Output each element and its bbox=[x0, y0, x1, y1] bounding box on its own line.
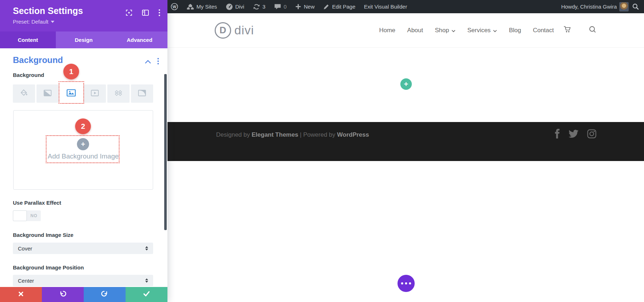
site-header: D divi Home About Shop Services Blog Con… bbox=[167, 13, 644, 48]
svg-text:W: W bbox=[172, 5, 176, 9]
edit-page-menu[interactable]: Edit Page bbox=[323, 4, 355, 10]
divi-menu[interactable]: Divi bbox=[226, 3, 244, 10]
chevron-up-icon[interactable] bbox=[145, 59, 151, 65]
edit-page-label: Edit Page bbox=[332, 4, 355, 10]
panel-scrollbar[interactable] bbox=[164, 74, 167, 230]
footer-designed-by: Designed by bbox=[216, 131, 250, 138]
add-image-plus-button[interactable]: + bbox=[77, 138, 89, 150]
panel-action-bar bbox=[0, 287, 167, 302]
nav-about[interactable]: About bbox=[407, 27, 423, 34]
background-section-title[interactable]: Background bbox=[13, 55, 63, 65]
nav-shop-label: Shop bbox=[435, 27, 449, 34]
toggle-value: NO bbox=[27, 210, 41, 221]
tab-content[interactable]: Content bbox=[0, 31, 56, 48]
nav-about-label: About bbox=[407, 27, 423, 34]
background-mask-tab[interactable] bbox=[131, 84, 153, 103]
more-options-icon[interactable] bbox=[158, 9, 160, 16]
snap-panel-icon[interactable] bbox=[142, 10, 149, 16]
my-sites-icon bbox=[187, 4, 194, 10]
background-image-position-select[interactable]: Center bbox=[13, 275, 153, 286]
nav-home-label: Home bbox=[379, 27, 395, 34]
background-video-tab[interactable] bbox=[84, 84, 106, 103]
nav-blog[interactable]: Blog bbox=[509, 27, 521, 34]
my-sites-menu[interactable]: My Sites bbox=[187, 4, 217, 10]
nav-contact[interactable]: Contact bbox=[533, 27, 554, 34]
redo-button[interactable] bbox=[84, 287, 126, 302]
background-gradient-tab[interactable] bbox=[36, 84, 59, 103]
footer-wordpress-link[interactable]: WordPress bbox=[337, 131, 369, 138]
discard-button[interactable] bbox=[0, 287, 42, 302]
annotation-step-1: 1 bbox=[63, 64, 79, 79]
new-label: New bbox=[304, 4, 314, 10]
background-image-upload-box: 2 + Add Background Image bbox=[13, 110, 153, 190]
add-row-button[interactable]: + bbox=[400, 78, 412, 90]
footer-social-icons bbox=[555, 129, 596, 140]
wordpress-logo-menu[interactable]: W bbox=[171, 3, 178, 10]
panel-tabs: Content Design Advanced bbox=[0, 31, 167, 48]
main-nav: Home About Shop Services Blog Contact bbox=[379, 26, 644, 35]
background-color-tab[interactable] bbox=[13, 84, 35, 103]
add-background-image-label[interactable]: Add Background Image bbox=[14, 152, 153, 160]
comments-menu[interactable]: 0 bbox=[274, 4, 287, 10]
background-image-tab[interactable] bbox=[60, 84, 82, 103]
user-avatar bbox=[619, 2, 629, 11]
save-button[interactable] bbox=[126, 287, 167, 302]
image-icon bbox=[67, 89, 76, 98]
my-sites-label: My Sites bbox=[196, 4, 217, 10]
admin-search-button[interactable] bbox=[632, 3, 639, 10]
section-options-icon[interactable] bbox=[157, 57, 160, 65]
footer-separator: | bbox=[300, 131, 301, 138]
tab-design[interactable]: Design bbox=[56, 31, 112, 48]
parallax-toggle[interactable]: NO bbox=[13, 210, 41, 221]
updates-count: 3 bbox=[263, 4, 265, 10]
position-select-value: Center bbox=[18, 278, 34, 284]
facebook-icon[interactable] bbox=[555, 129, 560, 140]
video-icon bbox=[91, 89, 99, 98]
close-icon bbox=[18, 291, 24, 298]
chevron-down-icon bbox=[452, 27, 455, 34]
instagram-icon[interactable] bbox=[587, 129, 596, 140]
background-type-tabs bbox=[13, 84, 153, 103]
preset-selector[interactable]: Preset: Default bbox=[13, 19, 167, 25]
howdy-label: Howdy, Christina Gwira bbox=[561, 4, 617, 10]
twitter-icon[interactable] bbox=[569, 130, 579, 140]
wordpress-logo-icon: W bbox=[171, 3, 178, 10]
panel-header-icons bbox=[126, 9, 160, 16]
updates-menu[interactable]: 3 bbox=[253, 4, 265, 10]
nav-home[interactable]: Home bbox=[379, 27, 395, 34]
comment-bubble-icon bbox=[274, 4, 281, 10]
expand-modal-icon[interactable] bbox=[126, 9, 132, 16]
divi-logo-text: divi bbox=[234, 23, 254, 37]
tab-advanced[interactable]: Advanced bbox=[112, 31, 167, 48]
chevron-down-icon bbox=[493, 27, 497, 34]
annotation-step-2: 2 bbox=[75, 118, 91, 134]
parallax-field-label: Use Parallax Effect bbox=[13, 200, 61, 206]
divi-logo-circle: D bbox=[215, 22, 231, 39]
pencil-icon bbox=[323, 4, 330, 10]
caret-down-icon bbox=[51, 21, 54, 23]
background-image-size-select[interactable]: Cover bbox=[13, 243, 153, 254]
howdy-menu[interactable]: Howdy, Christina Gwira bbox=[561, 2, 629, 11]
nav-services-label: Services bbox=[467, 27, 491, 34]
background-field-label: Background bbox=[13, 72, 44, 78]
page-settings-more-button[interactable] bbox=[397, 275, 415, 292]
footer-elegant-themes-link[interactable]: Elegant Themes bbox=[252, 131, 298, 138]
nav-services[interactable]: Services bbox=[467, 27, 497, 34]
exit-visual-builder[interactable]: Exit Visual Builder bbox=[364, 4, 407, 10]
site-logo[interactable]: D divi bbox=[215, 22, 254, 39]
undo-button[interactable] bbox=[42, 287, 84, 302]
site-search-button[interactable] bbox=[589, 26, 596, 35]
updates-icon bbox=[253, 4, 260, 10]
admin-bar-left: W My Sites Divi 3 bbox=[171, 3, 407, 10]
admin-bar-right: Howdy, Christina Gwira bbox=[561, 2, 644, 11]
preset-label: Preset: Default bbox=[13, 19, 48, 25]
size-select-value: Cover bbox=[18, 245, 32, 252]
background-pattern-tab[interactable] bbox=[107, 84, 130, 103]
divi-gauge-icon bbox=[226, 3, 233, 10]
nav-blog-label: Blog bbox=[509, 27, 521, 34]
cart-button[interactable] bbox=[564, 26, 572, 35]
exit-builder-label: Exit Visual Builder bbox=[364, 4, 407, 10]
new-content-menu[interactable]: New bbox=[295, 4, 314, 10]
nav-shop[interactable]: Shop bbox=[435, 27, 455, 34]
toggle-knob bbox=[13, 210, 27, 221]
